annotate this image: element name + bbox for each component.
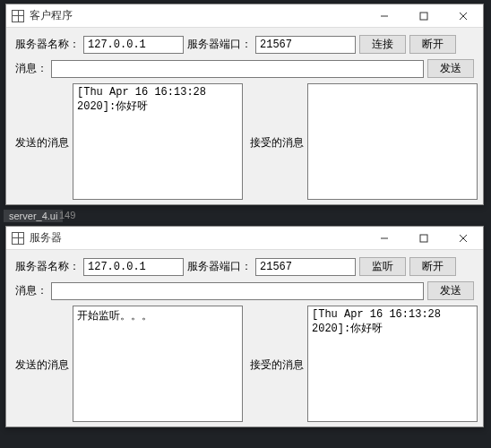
window-title: 服务器 [30, 230, 62, 246]
server-port-input[interactable] [255, 258, 356, 276]
recv-textarea[interactable]: [Thu Apr 16 16:13:28 2020]:你好呀 [307, 306, 478, 422]
window-title: 客户程序 [30, 8, 73, 23]
sent-pane-label: 发送的消息 [15, 358, 69, 373]
maximize-button[interactable] [404, 4, 444, 28]
server-port-label: 服务器端口： [187, 259, 252, 274]
connect-button[interactable]: 连接 [359, 35, 406, 54]
recv-pane-label: 接受的消息 [250, 135, 304, 151]
message-label: 消息： [15, 283, 47, 298]
app-icon [12, 232, 24, 245]
sent-textarea[interactable]: 开始监听。。。 [73, 306, 243, 422]
message-input[interactable] [51, 282, 424, 300]
recv-textarea[interactable] [307, 83, 478, 200]
send-button[interactable]: 发送 [427, 281, 474, 300]
sent-pane-label: 发送的消息 [15, 135, 69, 151]
message-label: 消息： [15, 61, 47, 76]
close-button[interactable] [444, 4, 483, 28]
maximize-button[interactable] [404, 227, 444, 250]
app-icon [12, 10, 24, 22]
sent-textarea[interactable]: [Thu Apr 16 16:13:28 2020]:你好呀 [73, 83, 243, 200]
disconnect-button[interactable]: 断开 [409, 35, 456, 54]
titlebar[interactable]: 服务器 [6, 227, 483, 250]
window-client: 客户程序 服务器名称： 服务器端口： 连接 断开 消息： 发送 发送的消息 [T… [5, 4, 484, 205]
window-server: 服务器 服务器名称： 服务器端口： 监听 断开 消息： 发送 发送的消息 开始监… [5, 226, 484, 427]
server-name-input[interactable] [83, 36, 184, 54]
minimize-button[interactable] [365, 227, 404, 250]
message-input[interactable] [51, 60, 424, 78]
server-port-input[interactable] [255, 36, 356, 54]
recv-pane-label: 接受的消息 [250, 358, 304, 373]
close-button[interactable] [444, 227, 483, 250]
bg-file-num: 149 [59, 210, 75, 220]
titlebar[interactable]: 客户程序 [6, 4, 483, 28]
svg-rect-5 [420, 235, 427, 242]
server-name-input[interactable] [83, 258, 184, 276]
server-name-label: 服务器名称： [15, 37, 80, 52]
minimize-button[interactable] [365, 4, 404, 28]
bg-file-label: server_4.ui [4, 210, 63, 222]
svg-rect-1 [420, 13, 427, 20]
server-name-label: 服务器名称： [15, 259, 80, 274]
listen-button[interactable]: 监听 [359, 257, 406, 276]
server-port-label: 服务器端口： [187, 37, 252, 52]
disconnect-button[interactable]: 断开 [409, 257, 456, 276]
send-button[interactable]: 发送 [427, 59, 474, 78]
